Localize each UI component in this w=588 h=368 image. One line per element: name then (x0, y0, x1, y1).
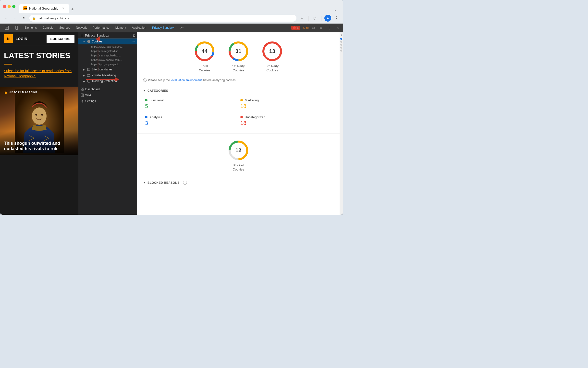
browser-menu-button[interactable]: ⋮ (333, 15, 340, 22)
blocked-cookies-label: Blocked Cookies (233, 163, 244, 172)
category-analytics[interactable]: Analytics 3 (143, 112, 238, 129)
tab-sources-label: Sources (59, 26, 70, 29)
tab-memory[interactable]: Memory (112, 24, 129, 32)
categories-section-header[interactable]: ▼ CATEGORIES (137, 86, 340, 95)
uncategorized-dot-label: Uncategorized (240, 115, 332, 119)
active-tab[interactable]: NG National Geographic ✕ (19, 4, 69, 13)
hero-subscribe-link[interactable]: Subscribe (4, 69, 19, 73)
devtools-more-button[interactable]: ⋮ (326, 25, 333, 31)
first-party-cookies-donut: 31 (227, 40, 249, 62)
info-prefix: Please setup the (148, 79, 170, 82)
category-functional[interactable]: Functional 5 (143, 95, 238, 112)
private-advertising-label: Private Advertising (92, 74, 116, 77)
svg-text:N: N (7, 37, 10, 41)
category-marketing[interactable]: Marketing 18 (238, 95, 334, 112)
sidebar-item-settings[interactable]: Settings (78, 98, 137, 104)
sidebar-url-1[interactable]: https://www.nationalgeog... (78, 44, 137, 49)
wiki-label: Wiki (85, 93, 91, 97)
sidebar-menu-icon[interactable]: ☰ (80, 34, 83, 37)
tab-memory-label: Memory (115, 26, 126, 29)
sidebar-url-3[interactable]: https://securepubads.g... (78, 53, 137, 58)
sidebar-url-5[interactable]: https://tpc.googlesyndi... (78, 62, 137, 66)
devtools-content-panel[interactable]: 44 Total Cookies (137, 32, 340, 215)
svg-point-2 (16, 29, 17, 29)
blocked-reasons-section-header[interactable]: ▼ BLOCKED REASONS i (137, 178, 340, 188)
tab-bar: NG National Geographic ✕ + ⌄ (19, 0, 340, 13)
hero-title: LATEST STORIES (4, 51, 74, 60)
tab-device[interactable] (12, 24, 22, 32)
wiki-icon (80, 93, 84, 97)
svg-rect-18 (81, 90, 82, 91)
sidebar-url-4[interactable]: https://www.google.com... (78, 58, 137, 62)
tab-more[interactable]: >> (177, 24, 186, 32)
sidebar-url-2[interactable]: https://cdn.registerdisn... (78, 49, 137, 53)
cookies-more-icon[interactable]: ⋯ (132, 40, 135, 43)
tab-application-label: Application (132, 26, 146, 29)
sidebar-item-private-advertising[interactable]: ▶ Private Advertising (78, 72, 137, 78)
tracking-protection-expand-arrow: ▶ (82, 79, 86, 83)
tab-sources[interactable]: Sources (56, 24, 73, 32)
article-tag-text: HISTORY MAGAZINE (9, 91, 37, 94)
maximize-traffic-light[interactable] (12, 5, 15, 8)
analytics-dot-label: Analytics (145, 115, 236, 119)
tab-privacy-sandbox[interactable]: Privacy Sandbox (149, 24, 177, 32)
tab-inspect[interactable] (2, 24, 12, 32)
analytics-name: Analytics (149, 115, 162, 119)
info-suffix: before analyzing cookies. (203, 79, 236, 82)
svg-point-11 (88, 41, 88, 41)
devtools-close-button[interactable]: ✕ (334, 25, 341, 31)
inspect-icon (5, 26, 9, 30)
evaluation-environment-link[interactable]: evaluation environment (171, 79, 202, 82)
subscribe-button[interactable]: SUBSCRIBE (47, 35, 74, 43)
tab-application[interactable]: Application (129, 24, 149, 32)
tracking-protection-label: Tracking Protection (92, 79, 117, 83)
svg-rect-16 (81, 88, 82, 89)
sidebar-item-wiki[interactable]: Wiki (78, 92, 137, 98)
warning-count: 40 (306, 26, 309, 29)
extensions-button[interactable]: ⬡ (311, 15, 318, 22)
devtools-settings-button[interactable]: ⚙ (318, 25, 324, 31)
tab-console[interactable]: Console (40, 24, 56, 32)
sidebar-item-dashboard[interactable]: Dashboard (78, 86, 137, 92)
sidebar-item-site-boundaries[interactable]: ▶ Site Boundaries (78, 66, 137, 72)
tab-close-button[interactable]: ✕ (61, 6, 65, 10)
forward-button[interactable]: → (12, 15, 19, 22)
sidebar-item-cookies[interactable]: ▼ Cookies ⋯ (78, 39, 137, 44)
lock-icon (4, 91, 7, 94)
new-tab-button[interactable]: + (69, 6, 76, 13)
url-input-bar[interactable]: 🔒 nationalgeographic.com (29, 15, 296, 22)
site-boundaries-expand-arrow: ▶ (82, 68, 86, 71)
site-boundaries-svg (87, 68, 90, 71)
sidebar-topbar: ☰ Privacy Sandbox ⊻ (78, 32, 137, 39)
uncategorized-name: Uncategorized (245, 115, 265, 119)
dashboard-label: Dashboard (85, 88, 100, 91)
total-cookies-label: Total Cookies (199, 64, 210, 73)
expand-tabs-button[interactable]: ⌄ (332, 7, 338, 13)
blocked-reasons-info-icon[interactable]: i (183, 181, 187, 185)
marketing-dot-label: Marketing (240, 98, 332, 102)
private-advertising-expand-arrow: ▶ (82, 74, 86, 77)
article-text: This shogun outwitted and outlasted his … (0, 131, 78, 155)
settings-icon (80, 99, 84, 103)
sidebar-filter-icon[interactable]: ⊻ (133, 33, 135, 37)
category-uncategorized[interactable]: Uncategorized 18 (238, 112, 334, 129)
tab-elements[interactable]: Elements (22, 24, 40, 32)
close-traffic-light[interactable] (3, 5, 6, 8)
tab-performance[interactable]: Performance (90, 24, 112, 32)
analytics-dot (145, 116, 147, 118)
back-button[interactable]: ← (3, 15, 10, 22)
error-count: 4 (297, 26, 298, 29)
bookmark-button[interactable]: ☆ (298, 15, 305, 22)
url-text: nationalgeographic.com (37, 16, 294, 20)
scroll-indicator-1 (340, 38, 342, 40)
tab-network[interactable]: Network (73, 24, 90, 32)
article-card[interactable]: HISTORY MAGAZINE This shogun outwitted a… (0, 87, 78, 155)
login-label[interactable]: LOGIN (16, 37, 27, 41)
profile-button[interactable]: A (324, 15, 331, 22)
sidebar-divider (78, 85, 137, 85)
functional-count: 5 (145, 103, 236, 109)
svg-rect-20 (81, 94, 84, 97)
refresh-button[interactable]: ↻ (21, 15, 27, 22)
sidebar-item-tracking-protection[interactable]: ▶ Tracking Protection (78, 78, 137, 84)
minimize-traffic-light[interactable] (8, 5, 11, 8)
